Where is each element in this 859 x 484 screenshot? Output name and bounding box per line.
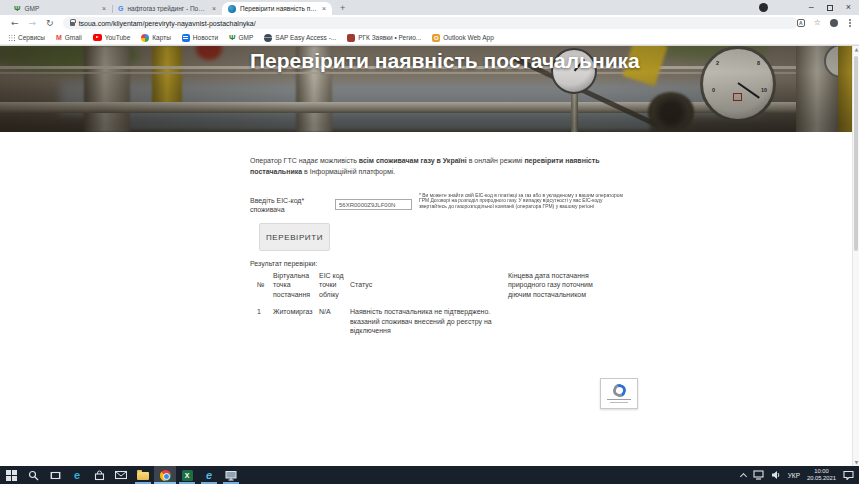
tab-search[interactable]: G нафтогаз трейдинг - Поиск в G... ×	[112, 2, 222, 15]
computer-icon	[225, 470, 237, 481]
refresh-arrows-icon	[611, 382, 628, 399]
network-icon[interactable]	[753, 470, 764, 480]
new-tab-button[interactable]: +	[340, 3, 345, 13]
gmp-icon: Ψ	[229, 34, 235, 42]
tab-gmp[interactable]: Ψ GMP ×	[8, 2, 112, 15]
refresh-image-widget[interactable]	[600, 378, 638, 409]
apps-grid-icon	[8, 34, 15, 41]
taskbar-edge-button[interactable]: e	[66, 466, 88, 484]
profile-avatar-icon[interactable]	[759, 3, 768, 12]
address-bar: ← → ↻ tsoua.com/kliyentam/pereviryty-nay…	[0, 15, 859, 31]
taskbar-chrome-button[interactable]	[154, 466, 176, 484]
browser-window: Ψ GMP × G нафтогаз трейдинг - Поиск в G.…	[0, 0, 859, 484]
clock-date: 20.05.2021	[807, 475, 836, 482]
search-icon	[28, 470, 39, 481]
result-table: № Віртуальна точка постачання ЕІС код то…	[257, 270, 603, 336]
taskbar-mail-button[interactable]	[110, 466, 132, 484]
result-label: Результат перевірки:	[250, 260, 317, 267]
taskbar-file-explorer-button[interactable]	[132, 466, 154, 484]
table-row-cell: Житомиргаз	[273, 300, 319, 336]
check-button[interactable]: ПЕРЕВІРИТИ	[259, 223, 330, 251]
tray-chevron-icon[interactable]	[740, 472, 747, 479]
tab-title: нафтогаз трейдинг - Поиск в G...	[127, 5, 207, 12]
bookmark-rgk[interactable]: РГК Заявки • Регио...	[347, 34, 421, 42]
start-button[interactable]	[0, 466, 22, 484]
bookmarks-bar: Сервисы MGmail YouTube Карты Новости ΨGM…	[0, 31, 859, 45]
column-header: Віртуальна точка постачання	[273, 270, 319, 300]
bookmark-sap[interactable]: SAP Easy Access -...	[264, 34, 336, 42]
column-header: Статус	[350, 270, 508, 300]
scroll-down-icon[interactable]: ▼	[853, 459, 859, 466]
table-row-cell: N/A	[319, 300, 350, 336]
taskbar-ie-button[interactable]: e	[198, 466, 220, 484]
eic-code-input[interactable]	[335, 199, 412, 210]
scroll-thumb[interactable]	[854, 56, 858, 251]
window-controls: – ×	[759, 0, 859, 15]
store-icon	[94, 470, 105, 481]
taskbar-store-button[interactable]	[88, 466, 110, 484]
language-indicator[interactable]: УКР	[788, 472, 800, 479]
taskbar-excel-button[interactable]: X	[176, 466, 198, 484]
tab-close-icon[interactable]: ×	[102, 5, 106, 12]
address-bar-actions: A ☆	[797, 15, 853, 31]
forward-icon[interactable]: →	[29, 18, 37, 28]
close-button[interactable]: ×	[846, 3, 851, 12]
internet-explorer-icon: e	[206, 470, 212, 481]
edge-icon: e	[74, 470, 80, 481]
translate-icon[interactable]: A	[797, 19, 805, 27]
news-icon	[182, 34, 190, 42]
back-icon[interactable]: ←	[11, 18, 19, 28]
tab-strip: Ψ GMP × G нафтогаз трейдинг - Поиск в G.…	[0, 0, 859, 15]
tab-title: Перевірити наявність постача...	[240, 5, 318, 12]
menu-dots-icon[interactable]	[849, 22, 851, 24]
gmp-favicon-icon: Ψ	[14, 5, 20, 13]
maximize-button[interactable]	[827, 5, 833, 11]
clock-time: 10:00	[807, 468, 836, 475]
excel-icon: X	[182, 470, 193, 481]
folder-icon	[137, 472, 149, 480]
windows-logo-icon	[6, 470, 17, 481]
bookmark-maps[interactable]: Карты	[141, 34, 171, 42]
page-title: Перевірити наявність постачальника	[250, 49, 640, 73]
table-row-cell: 1	[257, 300, 273, 336]
lock-icon	[70, 22, 75, 26]
taskbar-remote-pc-button[interactable]	[220, 466, 242, 484]
column-header: Кінцева дата постачання природного газу …	[508, 270, 603, 300]
action-center-icon[interactable]	[843, 470, 854, 480]
page-content: 2 8 0 10 Перевірити наявність постачальн…	[0, 45, 859, 466]
eic-code-label: Введіть ЕІС-код* споживача	[250, 196, 304, 214]
column-header: ЕІС код точки обліку	[319, 270, 350, 300]
mail-icon	[115, 470, 127, 480]
url-field[interactable]: tsoua.com/kliyentam/pereviryty-nayavnist…	[63, 17, 798, 29]
tab-title: GMP	[24, 5, 97, 12]
tab-close-icon[interactable]: ×	[322, 5, 326, 12]
reload-icon[interactable]: ↻	[46, 18, 54, 28]
youtube-icon	[93, 34, 102, 41]
bookmark-youtube[interactable]: YouTube	[93, 34, 131, 41]
bookmark-star-icon[interactable]: ☆	[814, 19, 821, 27]
tab-pereviryty[interactable]: Перевірити наявність постача... ×	[222, 2, 332, 15]
bookmark-services[interactable]: Сервисы	[8, 34, 45, 41]
tab-close-icon[interactable]: ×	[212, 5, 216, 12]
volume-icon[interactable]	[771, 470, 781, 480]
task-view-button[interactable]	[44, 466, 66, 484]
bookmark-news[interactable]: Новости	[182, 34, 218, 42]
widget-caption-line	[607, 399, 631, 401]
google-favicon-icon: G	[118, 5, 123, 12]
bookmark-gmail[interactable]: MGmail	[56, 34, 82, 41]
bookmark-gmp[interactable]: ΨGMP	[229, 34, 253, 42]
column-header: №	[257, 270, 273, 300]
taskbar-search-button[interactable]	[22, 466, 44, 484]
table-row-cell	[508, 300, 603, 336]
minimize-button[interactable]: –	[809, 3, 814, 12]
system-tray: УКР 10:00 20.05.2021	[741, 466, 859, 484]
page-scrollbar[interactable]: ▲ ▼	[852, 46, 859, 466]
scroll-up-icon[interactable]: ▲	[853, 46, 859, 54]
taskbar: e X e УКР 10:00 20.05.2021	[0, 466, 859, 484]
intro-paragraph: Оператор ГТС надає можливість всім спожи…	[250, 155, 600, 177]
bookmark-outlook[interactable]: OOutlook Web App	[432, 34, 493, 42]
user-avatar-icon[interactable]	[830, 19, 838, 27]
chrome-icon	[160, 470, 171, 481]
tsoua-favicon-icon	[228, 5, 236, 13]
taskbar-clock[interactable]: 10:00 20.05.2021	[807, 468, 836, 482]
